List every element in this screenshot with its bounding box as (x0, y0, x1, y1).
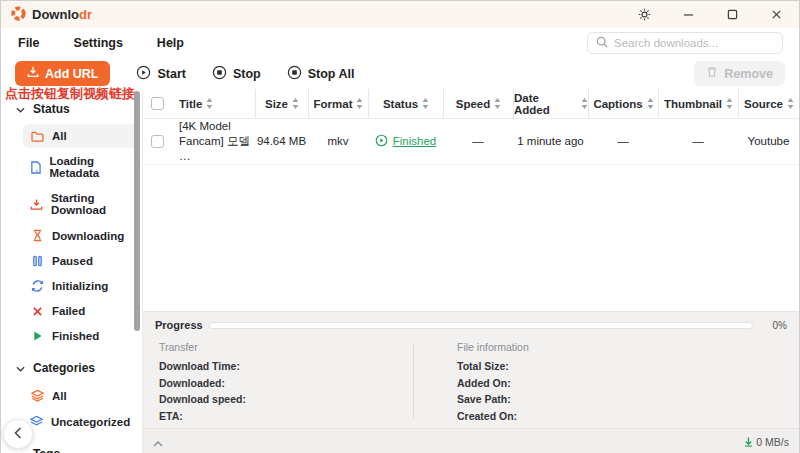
table-header: Title Size Format Status Speed (143, 89, 799, 119)
sidebar-item-label: Initializing (52, 280, 108, 292)
folder-icon (30, 131, 44, 142)
sort-icon (726, 98, 733, 109)
app-window: Downlodr File Settings Help (0, 0, 800, 453)
progress-percent: 0% (767, 320, 787, 331)
menu-help[interactable]: Help (140, 36, 201, 50)
stop-all-button[interactable]: Stop All (287, 65, 355, 83)
sidebar-item-categories-all[interactable]: All (23, 383, 136, 408)
sidebar-scrollbar[interactable] (134, 91, 140, 331)
sidebar-collapse-button[interactable] (3, 419, 33, 449)
layers-icon (30, 389, 44, 402)
sort-icon (292, 98, 299, 109)
sidebar-item-starting-download[interactable]: Starting Download (23, 186, 136, 222)
created-on-label: Created On: (457, 410, 529, 422)
content-area: Status All Loading Metadata Starting Dow… (1, 89, 799, 453)
details-divider (413, 343, 414, 418)
status-bar: 0 MB/s (143, 428, 799, 453)
play-circle-icon (375, 134, 388, 149)
row-format: mkv (308, 135, 368, 147)
download-time-label: Download Time: (159, 360, 413, 372)
row-thumbnail: — (658, 135, 738, 147)
column-title[interactable]: Title (171, 89, 255, 118)
column-captions[interactable]: Captions (588, 89, 658, 118)
eta-label: ETA: (159, 410, 413, 422)
hourglass-icon (30, 229, 44, 242)
sort-icon (356, 98, 363, 109)
menu-bar: File Settings Help (1, 28, 799, 58)
downlodr-logo-icon (11, 6, 26, 24)
progress-label: Progress (155, 319, 199, 331)
sidebar-item-label: Starting Download (51, 192, 129, 216)
sort-icon (422, 98, 429, 109)
sort-icon (494, 98, 501, 109)
title-bar: Downlodr (1, 1, 799, 28)
downloaded-label: Downloaded: (159, 377, 413, 389)
sidebar-item-label: All (52, 130, 67, 142)
sidebar-item-label: Failed (52, 305, 85, 317)
sidebar-item-failed[interactable]: Failed (23, 299, 136, 323)
details-columns: Transfer Download Time: Downloaded: Down… (143, 331, 799, 426)
progress-bar (209, 322, 753, 329)
sidebar-item-uncategorized[interactable]: Uncategorized (23, 409, 136, 434)
sidebar-item-finished[interactable]: Finished (23, 324, 136, 348)
menu-settings[interactable]: Settings (57, 36, 140, 50)
sidebar-item-paused[interactable]: Paused (23, 249, 136, 273)
finished-link[interactable]: Finished (393, 135, 436, 147)
download-speed-label: Download speed: (159, 393, 413, 405)
maximize-icon[interactable] (723, 6, 741, 24)
column-status[interactable]: Status (368, 89, 443, 118)
remove-button[interactable]: Remove (694, 61, 785, 86)
chevron-down-icon (16, 102, 25, 116)
download-tray-icon (30, 198, 43, 211)
row-status: Finished (368, 134, 443, 149)
network-speed: 0 MB/s (744, 436, 789, 448)
stop-circle-icon (212, 65, 227, 83)
sidebar-item-label: Paused (52, 255, 93, 267)
minimize-icon[interactable] (679, 6, 697, 24)
row-check-cell (143, 135, 171, 148)
total-size-label: Total Size: (457, 360, 529, 372)
column-format[interactable]: Format (308, 89, 368, 118)
transfer-section: Transfer Download Time: Downloaded: Down… (159, 341, 413, 426)
sidebar-item-all[interactable]: All (23, 124, 136, 148)
transfer-title: Transfer (159, 341, 413, 353)
search-input[interactable] (614, 37, 774, 49)
theme-toggle-icon[interactable] (635, 6, 653, 24)
sidebar-section-categories[interactable]: Categories (1, 354, 142, 382)
download-arrow-icon (744, 437, 753, 447)
file-icon (30, 161, 41, 174)
chevron-up-icon[interactable] (153, 433, 163, 451)
sidebar-item-downloading[interactable]: Downloading (23, 223, 136, 248)
row-source: Youtube (738, 135, 799, 147)
stop-circle-icon (287, 65, 302, 83)
progress-section: Progress 0% (143, 312, 799, 331)
sidebar-item-label: Uncategorized (51, 416, 130, 428)
copy-link-hint: 点击按钮复制视频链接 (5, 85, 135, 103)
search-icon (596, 34, 608, 52)
column-size[interactable]: Size (255, 89, 308, 118)
row-checkbox[interactable] (151, 135, 164, 148)
add-url-button[interactable]: Add URL (15, 61, 110, 86)
column-source[interactable]: Source (738, 89, 799, 118)
column-date-added[interactable]: Date Added (513, 89, 588, 118)
column-thumbnail[interactable]: Thumbnail (658, 89, 738, 118)
column-speed[interactable]: Speed (443, 89, 513, 118)
select-all-checkbox[interactable] (151, 97, 164, 110)
trash-icon (706, 66, 718, 81)
sidebar: Status All Loading Metadata Starting Dow… (1, 89, 143, 453)
sidebar-item-initializing[interactable]: Initializing (23, 274, 136, 298)
close-icon[interactable] (767, 6, 785, 24)
select-all-cell (143, 89, 171, 118)
refresh-icon (30, 280, 44, 292)
table-row[interactable]: [4K Model Fancam] 모델 … 94.64 MB mkv Fini… (143, 119, 799, 165)
sort-icon (581, 98, 588, 109)
save-path-label: Save Path: (457, 393, 529, 405)
sidebar-item-loading-metadata[interactable]: Loading Metadata (23, 149, 136, 185)
menu-file[interactable]: File (1, 36, 57, 50)
stop-button[interactable]: Stop (212, 65, 261, 83)
download-icon (27, 66, 39, 81)
search-box[interactable] (587, 32, 783, 54)
details-panel: Progress 0% Transfer Download Time: Down… (143, 311, 799, 428)
chevron-left-icon (14, 425, 22, 443)
start-button[interactable]: Start (136, 65, 185, 83)
